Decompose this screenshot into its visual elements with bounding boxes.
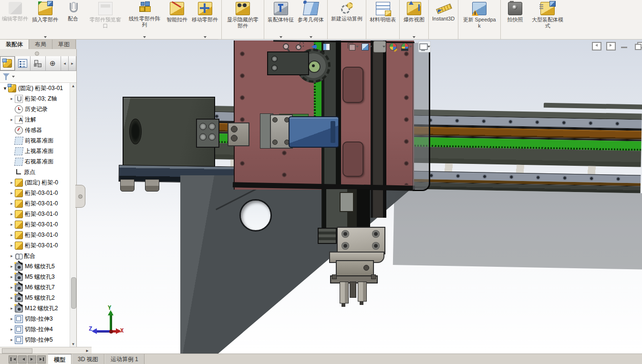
tree-item[interactable]: M6 螺纹孔7 bbox=[0, 282, 76, 293]
panel-tab[interactable] bbox=[46, 56, 61, 71]
tree-expand-arrow[interactable] bbox=[9, 295, 14, 300]
heads-up-button[interactable] bbox=[307, 41, 319, 52]
next-tab-button[interactable] bbox=[28, 355, 36, 364]
tree-item[interactable]: 切除-拉伸5 bbox=[0, 334, 76, 345]
document-tab[interactable]: 3D 视图 bbox=[72, 354, 104, 364]
chevron-down-icon[interactable] bbox=[369, 46, 372, 48]
chevron-down-icon[interactable] bbox=[44, 36, 47, 38]
tree-scrollbar[interactable]: ▲ ▼ bbox=[70, 83, 76, 348]
heads-up-button[interactable] bbox=[280, 41, 292, 52]
tree-item[interactable]: 桁架-03-01-0 bbox=[0, 219, 76, 230]
tree-horizontal-scrollbar[interactable]: ▸ bbox=[0, 347, 92, 354]
tree-item[interactable]: 桁架-03-01-0 bbox=[0, 209, 76, 219]
chevron-down-icon[interactable] bbox=[409, 46, 412, 48]
heads-up-button[interactable] bbox=[347, 41, 359, 52]
ribbon-command[interactable]: 参考几何体 bbox=[296, 0, 328, 39]
tree-item[interactable]: 前视基准面 bbox=[0, 135, 76, 146]
chevron-down-icon[interactable] bbox=[310, 36, 312, 38]
window-control-button[interactable] bbox=[620, 42, 630, 50]
tree-expand-arrow[interactable] bbox=[9, 243, 14, 248]
ribbon-command[interactable]: Instant3D bbox=[430, 0, 458, 39]
ribbon-command[interactable]: 线性零部件阵列 bbox=[125, 0, 164, 39]
panel-tab-scroll-left[interactable]: ◂ bbox=[61, 56, 69, 71]
panel-tab[interactable] bbox=[31, 56, 46, 71]
scroll-right-icon[interactable]: ▸ bbox=[84, 347, 91, 354]
chevron-down-icon[interactable] bbox=[204, 36, 207, 38]
heads-up-button[interactable] bbox=[361, 41, 372, 52]
tree-item[interactable]: 传感器 bbox=[0, 125, 76, 135]
tree-expand-arrow[interactable] bbox=[9, 285, 14, 290]
tree-item[interactable]: 配合 bbox=[0, 251, 76, 261]
filter-dropdown-icon[interactable] bbox=[12, 76, 15, 78]
heads-up-button[interactable] bbox=[334, 41, 345, 52]
tree-item[interactable]: M5 螺纹孔3 bbox=[0, 272, 76, 282]
tree-item[interactable]: M6 螺纹孔5 bbox=[0, 261, 76, 272]
tree-expand-arrow[interactable] bbox=[9, 180, 14, 185]
tree-expand-arrow[interactable] bbox=[2, 85, 8, 91]
panel-resize-handle[interactable] bbox=[35, 51, 39, 56]
tree-expand-arrow[interactable] bbox=[9, 222, 14, 227]
chevron-down-icon[interactable] bbox=[143, 36, 146, 38]
tree-item[interactable]: 桁架-03-01-0 bbox=[0, 240, 76, 251]
window-control-button[interactable] bbox=[606, 42, 615, 50]
tree-item[interactable]: M12 螺纹孔2 bbox=[0, 303, 76, 313]
tree-item[interactable]: 桁架-03; Z轴 bbox=[0, 93, 76, 104]
tree-item[interactable]: 历史记录 bbox=[0, 104, 76, 114]
filter-icon[interactable] bbox=[2, 73, 10, 81]
tree-expand-arrow[interactable] bbox=[9, 337, 14, 342]
tree-expand-arrow[interactable] bbox=[9, 264, 14, 269]
ribbon-command[interactable]: 显示隐藏的零部件 bbox=[223, 0, 264, 39]
heads-up-button[interactable] bbox=[419, 41, 430, 52]
ribbon-tab[interactable]: 布局 bbox=[29, 40, 52, 50]
tree-item[interactable]: 右视基准面 bbox=[0, 156, 76, 167]
panel-splitter-handle[interactable] bbox=[75, 185, 85, 208]
panel-tab[interactable] bbox=[0, 56, 15, 71]
ribbon-command[interactable]: 更新 Speedpak bbox=[460, 0, 501, 39]
tree-expand-arrow[interactable] bbox=[9, 233, 14, 237]
tree-item[interactable]: 桁架-03-01-0 bbox=[0, 230, 76, 240]
tree-expand-arrow[interactable] bbox=[9, 274, 14, 279]
chevron-down-icon[interactable] bbox=[383, 46, 385, 48]
ribbon-command[interactable]: 材料明细表 bbox=[368, 0, 400, 39]
heads-up-button[interactable] bbox=[321, 41, 332, 52]
tree-item[interactable]: 注解 bbox=[0, 114, 76, 125]
ribbon-command[interactable]: 配合 bbox=[60, 0, 86, 39]
ribbon-command[interactable]: 爆炸视图 bbox=[401, 0, 429, 39]
ribbon-command[interactable]: 编辑零部件 bbox=[0, 0, 30, 39]
tree-expand-arrow[interactable] bbox=[9, 201, 14, 206]
tree-expand-arrow[interactable] bbox=[9, 253, 14, 258]
tree-expand-arrow[interactable] bbox=[9, 212, 14, 216]
ribbon-command[interactable]: 零部件预览窗口 bbox=[86, 0, 125, 39]
chevron-down-icon[interactable] bbox=[413, 36, 415, 38]
panel-tab[interactable] bbox=[15, 56, 31, 71]
document-tab[interactable]: 运动算例 1 bbox=[104, 354, 145, 364]
tree-expand-arrow[interactable] bbox=[9, 96, 14, 101]
chevron-down-icon[interactable] bbox=[356, 46, 359, 48]
last-tab-button[interactable] bbox=[37, 355, 46, 364]
window-control-button[interactable] bbox=[591, 42, 601, 50]
tree-item[interactable]: 切除-拉伸3 bbox=[0, 313, 76, 324]
heads-up-button[interactable] bbox=[401, 41, 412, 52]
panel-tab-scroll-right[interactable]: ▸ bbox=[69, 56, 76, 71]
chevron-down-icon[interactable] bbox=[280, 36, 282, 38]
ribbon-tab[interactable]: 装配体 bbox=[0, 40, 29, 50]
ribbon-command[interactable]: 新建运动算例 bbox=[329, 0, 366, 39]
ribbon-tab[interactable]: 草图 bbox=[52, 40, 76, 50]
ribbon-command[interactable]: 移动零部件 bbox=[190, 0, 222, 39]
scrollbar-thumb[interactable] bbox=[71, 277, 76, 309]
first-tab-button[interactable] bbox=[9, 355, 17, 364]
tree-expand-arrow[interactable] bbox=[9, 306, 14, 311]
document-tab[interactable]: 模型 bbox=[48, 354, 72, 364]
tree-expand-arrow[interactable] bbox=[9, 327, 14, 332]
heads-up-button[interactable] bbox=[374, 41, 385, 52]
tree-item[interactable]: 上视基准面 bbox=[0, 146, 76, 156]
ribbon-command[interactable]: 大型装配体模式 bbox=[528, 0, 567, 39]
tree-item[interactable]: 切除-拉伸4 bbox=[0, 324, 76, 334]
tree-item[interactable]: (固定) 桁架-03-01 bbox=[0, 83, 76, 93]
tree-item[interactable]: 桁架-03-01-0 bbox=[0, 198, 76, 209]
tree-item[interactable]: (固定) 桁架-0 bbox=[0, 177, 76, 188]
tree-item[interactable]: 原点 bbox=[0, 167, 76, 177]
tree-expand-arrow[interactable] bbox=[9, 191, 14, 195]
window-control-button[interactable] bbox=[634, 42, 642, 50]
scrollbar-thumb[interactable] bbox=[2, 348, 32, 354]
